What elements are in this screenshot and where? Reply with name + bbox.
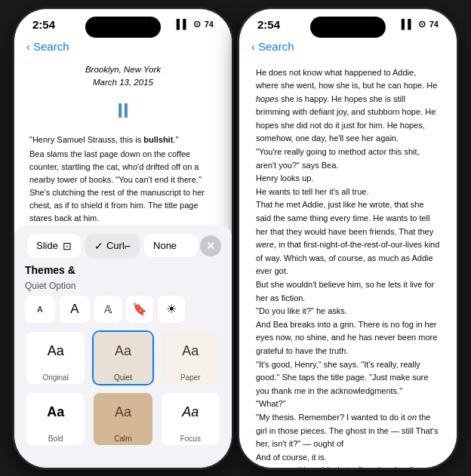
close-button[interactable]: ✕ <box>200 235 221 256</box>
signal-icon: ▌▌ <box>177 19 189 29</box>
bookmark-button[interactable]: 🔖 <box>126 296 153 323</box>
themes-section: Themes & Quiet Option <box>14 264 232 291</box>
theme-original-label: Original <box>26 371 85 384</box>
themes-title: Themes & <box>25 264 75 276</box>
font-decrease-button[interactable]: A <box>25 296 55 323</box>
curl-label: Curl <box>106 240 125 251</box>
battery-right: 74 <box>429 20 439 29</box>
theme-quiet-label: Quiet <box>94 371 152 384</box>
theme-calm-label: Calm <box>94 432 152 445</box>
back-label-left: Search <box>33 40 69 53</box>
dynamic-island-left <box>85 17 161 38</box>
theme-card-paper[interactable]: Aa Paper <box>160 330 221 385</box>
nav-bar-right: ‹ Search <box>239 35 457 57</box>
book-header: Brooklyn, New York March 13, 2015 <box>29 63 217 91</box>
slide-option[interactable]: Slide ⊡ <box>27 234 81 258</box>
status-time-right: 2:54 <box>257 18 280 31</box>
theme-bold-label: Bold <box>26 432 85 445</box>
bookmark-icon: 🔖 <box>132 302 147 316</box>
right-screen: 2:54 ▌▌ ⊙ 74 ‹ Search He does not know w… <box>239 9 457 468</box>
back-label-right: Search <box>258 40 294 53</box>
book-content-right: He does not know what happened to Addie,… <box>239 57 457 468</box>
theme-card-calm[interactable]: Aa Calm <box>92 392 153 447</box>
wifi-icon: ⊙ <box>193 19 201 29</box>
theme-paper-preview: Aa <box>162 332 220 371</box>
theme-card-original[interactable]: Aa Original <box>25 330 86 385</box>
check-icon: ✓ <box>94 240 103 252</box>
chevron-left-icon: ‹ <box>26 40 30 53</box>
phones-container: 2:54 ▌▌ ⊙ 74 ‹ Search Brooklyn, New York… <box>14 8 457 468</box>
slide-label: Slide <box>36 240 58 251</box>
brightness-button[interactable]: ☀ <box>158 296 185 323</box>
wifi-icon-right: ⊙ <box>418 19 426 29</box>
small-a-label: A <box>37 305 42 314</box>
theme-calm-preview: Aa <box>94 393 152 432</box>
none-label: None <box>153 240 177 251</box>
slide-icon: ⊡ <box>63 240 72 252</box>
quiet-option-label: Quiet Option <box>25 281 221 291</box>
transition-options-row: Slide ⊡ ✓ Curl ⌐ None ✕ <box>14 234 232 258</box>
brightness-icon: ☀ <box>166 302 177 316</box>
status-time-left: 2:54 <box>32 18 55 31</box>
signal-icon-right: ▌▌ <box>402 19 414 29</box>
theme-quiet-preview: Aa <box>94 332 152 371</box>
back-button-right[interactable]: ‹ Search <box>251 40 294 53</box>
theme-bold-preview: Aa <box>26 393 85 432</box>
font-increase-button[interactable]: A <box>60 296 90 323</box>
curl-icon: ⌐ <box>125 240 131 252</box>
curl-option[interactable]: ✓ Curl ⌐ <box>85 234 140 258</box>
theme-card-focus[interactable]: Aa Focus <box>160 392 221 447</box>
large-a-label: A <box>70 302 78 317</box>
theme-paper-label: Paper <box>162 371 220 384</box>
theme-card-bold[interactable]: Aa Bold <box>25 392 86 447</box>
font-style-icon: 𝔸 <box>104 303 112 315</box>
chevron-left-icon-right: ‹ <box>251 40 255 53</box>
none-option[interactable]: None <box>144 234 198 257</box>
theme-original-preview: Aa <box>26 332 85 371</box>
font-controls: A A 𝔸 🔖 ☀ <box>14 296 232 323</box>
chapter-number: II <box>29 94 217 127</box>
nav-bar-left: ‹ Search <box>14 35 232 57</box>
theme-cards-grid: Aa Original Aa Quiet Aa Paper Aa Bold <box>14 330 232 447</box>
battery-left: 74 <box>205 20 214 29</box>
themes-header: Themes & <box>25 264 221 276</box>
back-button-left[interactable]: ‹ Search <box>26 40 69 53</box>
left-phone: 2:54 ▌▌ ⊙ 74 ‹ Search Brooklyn, New York… <box>14 8 232 468</box>
theme-focus-preview: Aa <box>162 393 220 432</box>
dynamic-island-right <box>310 17 386 38</box>
font-style-button[interactable]: 𝔸 <box>94 296 122 323</box>
right-phone: 2:54 ▌▌ ⊙ 74 ‹ Search He does not know w… <box>239 8 457 468</box>
left-screen: 2:54 ▌▌ ⊙ 74 ‹ Search Brooklyn, New York… <box>14 9 232 468</box>
theme-card-quiet[interactable]: Aa Quiet <box>92 330 153 385</box>
overlay-panel: Slide ⊡ ✓ Curl ⌐ None ✕ <box>14 225 232 468</box>
theme-focus-label: Focus <box>162 432 220 445</box>
